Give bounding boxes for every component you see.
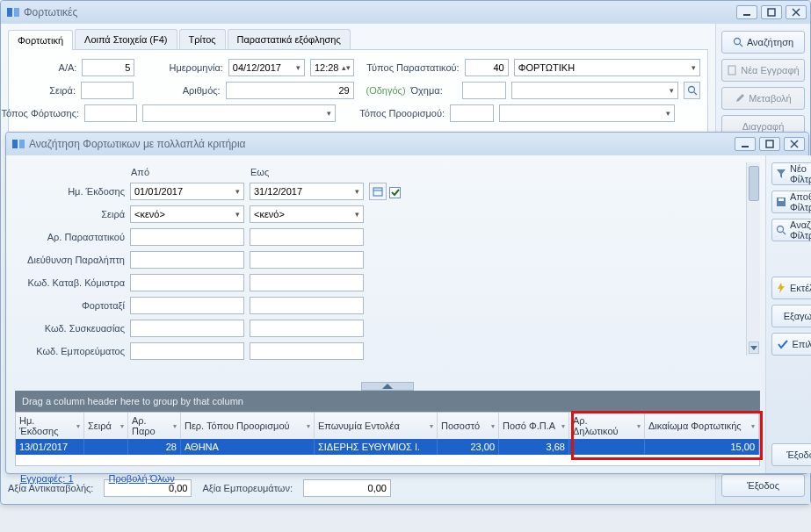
svg-point-24: [778, 226, 784, 233]
svg-marker-21: [777, 169, 786, 178]
from-header: Από: [129, 166, 245, 178]
svg-marker-20: [382, 384, 393, 389]
main-maximize-button[interactable]: [761, 5, 782, 19]
crit-emp-from[interactable]: [130, 342, 244, 360]
crit-dieuth-label: Διεύθυνση Παραλήπτη: [19, 255, 125, 265]
tab-fortotiki[interactable]: Φορτωτική: [8, 30, 73, 50]
seira-input[interactable]: [81, 82, 134, 99]
cell-date: 13/01/2017: [16, 439, 84, 455]
search-minimize-button[interactable]: [735, 137, 756, 151]
export-button[interactable]: Εξαγωγή: [771, 305, 811, 327]
chevron-down-icon: ▾: [173, 422, 177, 430]
splitter-handle[interactable]: [15, 382, 760, 391]
topos-proor-label: Τόπος Προορισμού:: [341, 108, 445, 119]
topos-proor-code-input[interactable]: [450, 104, 494, 122]
run-button[interactable]: Εκτέλεση: [771, 277, 811, 299]
main-minimize-button[interactable]: [736, 5, 757, 19]
crit-kom-to[interactable]: [250, 274, 364, 291]
colhead-entolea[interactable]: Επωνυμία Εντολέα▾: [315, 413, 438, 439]
tab-exoflisi[interactable]: Παραστατικά εξόφλησης: [228, 29, 351, 49]
colhead-proor[interactable]: Περ. Τόπου Προορισμού▾: [181, 413, 315, 439]
grid-row[interactable]: 13/01/2017 28 ΑΘΗΝΑ ΣΙΔΕΡΗΣ ΕΥΘΥΜΙΟΣ Ι. …: [16, 439, 759, 455]
crit-dieuth-to[interactable]: [250, 251, 364, 269]
svg-rect-3: [768, 9, 775, 16]
main-close-button[interactable]: [786, 5, 807, 19]
ochima-search-button[interactable]: [684, 82, 700, 99]
ochima-label: Όχημα:: [411, 85, 458, 96]
crit-dieuth-from[interactable]: [130, 251, 244, 269]
main-search-label: Αναζήτηση: [747, 37, 793, 47]
chevron-down-icon: ▾: [637, 422, 641, 430]
colhead-date[interactable]: Ημ. Έκδοσης▾: [16, 413, 84, 439]
date-picker[interactable]: 04/12/2017▾: [228, 59, 305, 76]
scrollbar-thumb[interactable]: [749, 166, 759, 201]
crit-sysk-to[interactable]: [250, 320, 364, 337]
cell-proor: ΑΘΗΝΑ: [181, 439, 315, 455]
aa-label: A/A:: [16, 62, 76, 73]
search-exit-button[interactable]: Έξοδος: [771, 443, 811, 466]
tab-loipa[interactable]: Λοιπά Στοιχεία (F4): [75, 29, 177, 49]
colhead-dikaioma[interactable]: Δικαίωμα Φορτωτικής▾: [645, 413, 759, 439]
crit-fortotaxi-from[interactable]: [130, 297, 244, 314]
search-titlebar: Αναζήτηση Φορτωτικων με πολλαπλά κριτήρι…: [6, 133, 808, 155]
load-filter-button[interactable]: Αναζ. Φίλτρου: [771, 219, 811, 241]
svg-line-25: [783, 232, 786, 234]
crit-emp-to[interactable]: [250, 342, 364, 360]
colhead-dilotiko[interactable]: Αρ. Δηλωτικού▾: [569, 413, 645, 439]
chevron-down-icon: ▾: [430, 422, 433, 430]
colhead-arpar[interactable]: Αρ. Παρο▾: [128, 413, 181, 439]
colhead-fpa[interactable]: Ποσό Φ.Π.Α▾: [499, 413, 569, 439]
crit-seira-to[interactable]: <κενό>▾: [250, 205, 364, 223]
crit-seira-from[interactable]: <κενό>▾: [130, 205, 244, 223]
arithmos-input[interactable]: [226, 82, 354, 99]
tab-tritos[interactable]: Τρίτος: [179, 29, 226, 49]
save-filter-button[interactable]: Αποθ. Φίλτρου: [771, 191, 811, 213]
ochima-code-input[interactable]: [462, 82, 506, 99]
chevron-down-icon: ▾: [355, 187, 359, 196]
time-picker[interactable]: 12:28▴▾: [310, 59, 354, 76]
search-icon: [733, 37, 743, 47]
grid-group-prompt[interactable]: Drag a column header here to group by th…: [15, 391, 760, 412]
doctype-code-input[interactable]: [465, 59, 509, 76]
criteria-panel: Από Εως Ημ. Έκδοσης 01/01/2017▾ 31/12/20…: [15, 162, 746, 364]
main-edit-button[interactable]: Μεταβολή: [721, 87, 805, 110]
main-search-button[interactable]: Αναζήτηση: [721, 31, 805, 54]
crit-arpar-from[interactable]: [130, 228, 244, 246]
topos-fort-code-input[interactable]: [84, 104, 137, 122]
chevron-down-icon: ▾: [296, 63, 301, 72]
crit-sysk-from[interactable]: [130, 320, 244, 337]
criteria-scrollbar[interactable]: [746, 162, 760, 356]
topos-fort-combo[interactable]: ▾: [142, 104, 336, 122]
colhead-seira[interactable]: Σειρά▾: [84, 413, 128, 439]
app-icon: [6, 5, 20, 19]
main-new-button[interactable]: Νέα Εγγραφή: [721, 59, 805, 82]
topos-proor-combo[interactable]: ▾: [499, 104, 675, 122]
search-close-button[interactable]: [784, 137, 805, 151]
search-title: Αναζήτηση Φορτωτικων με πολλαπλά κριτήρι…: [29, 138, 735, 150]
crit-kom-label: Κωδ. Καταβ. Κόμιστρα: [19, 277, 125, 288]
new-filter-button[interactable]: Νέο Φίλτρο: [771, 162, 811, 185]
aa-input[interactable]: [82, 59, 134, 76]
crit-arpar-to[interactable]: [250, 228, 364, 246]
chevron-down-icon: ▾: [491, 422, 495, 430]
crit-date-to[interactable]: 31/12/2017▾: [250, 183, 364, 200]
scroll-down-icon[interactable]: [749, 341, 759, 354]
doctype-name-combo[interactable]: ΦΟΡΤΩΤΙΚΗ▾: [514, 59, 700, 76]
chevron-down-icon: ▾: [670, 86, 674, 95]
crit-fortotaxi-to[interactable]: [250, 297, 364, 314]
chevron-down-icon: ▾: [307, 422, 310, 430]
svg-marker-26: [778, 283, 785, 293]
colhead-pososto[interactable]: Ποσοστό▾: [438, 413, 499, 439]
time-value: 12:28: [315, 62, 339, 73]
crit-date-today-button[interactable]: [369, 183, 387, 200]
ochima-combo[interactable]: ▾: [511, 82, 678, 99]
records-link[interactable]: Εγγραφές: 1: [20, 473, 74, 484]
search-maximize-button[interactable]: [759, 137, 780, 151]
viewall-link[interactable]: Προβολή Όλων: [109, 473, 175, 484]
svg-marker-19: [750, 346, 757, 350]
select-button[interactable]: Επιλογή: [771, 333, 811, 356]
crit-kom-from[interactable]: [130, 274, 244, 291]
crit-date-label: Ημ. Έκδοσης: [19, 186, 125, 197]
crit-date-checkbox[interactable]: [389, 187, 401, 198]
crit-date-from[interactable]: 01/01/2017▾: [130, 183, 244, 200]
